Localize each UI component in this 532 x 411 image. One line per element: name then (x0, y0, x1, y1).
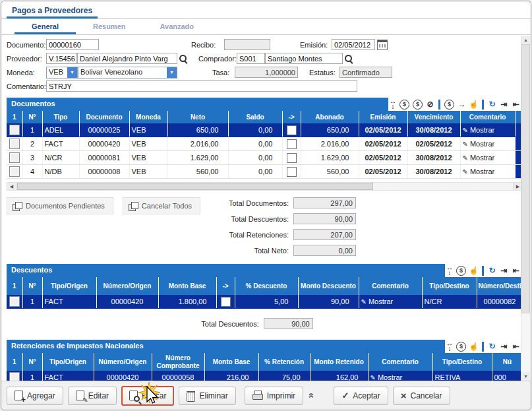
abonar-checkbox[interactable] (287, 125, 297, 135)
comprador-name-input[interactable]: Santiago Montes (265, 53, 343, 64)
row-selector[interactable] (9, 296, 20, 307)
abonar-checkbox[interactable] (287, 167, 297, 177)
row-selector[interactable] (9, 125, 20, 135)
row-selector[interactable] (9, 152, 20, 163)
table-row[interactable]: 2 FACT 00000420 VEB 2.016,00 0,00 2.016,… (7, 137, 521, 151)
tasa-input: 1,000000 (235, 67, 298, 78)
export-icon[interactable]: ⇥ (498, 99, 510, 110)
table-row[interactable]: 3 N/CR 00000081 VEB 1.629,00 0,00 1.629,… (7, 151, 521, 165)
resize-columns-icon[interactable]: ↔↕ (446, 341, 453, 352)
dropdown-arrow-icon[interactable]: ▼ (167, 67, 177, 78)
refresh-icon[interactable]: ↻ (487, 265, 498, 276)
cancelar-todos-button[interactable]: Cancelar Todos (123, 197, 200, 214)
refresh-icon[interactable]: ↻ (487, 341, 498, 352)
recibo-input[interactable] (224, 39, 270, 50)
collapse-toolbar-icon[interactable]: « (307, 393, 318, 398)
scroll-up-icon[interactable]: ▲ (521, 36, 530, 44)
cell-saldo: 0,00 (228, 123, 282, 137)
cell-tipo: ADEL (42, 123, 79, 137)
toolbar-separator (482, 266, 484, 276)
aceptar-button[interactable]: ✓ Aceptar (334, 387, 388, 405)
block-person-icon[interactable]: ⊘ (425, 99, 436, 110)
note-icon: ✎ (463, 168, 468, 175)
table-row[interactable]: 1 FACT 00000420 1.800,00 5,00 90,00 ✎Mos… (7, 295, 521, 309)
pay-documents-icon[interactable]: $ (399, 100, 409, 110)
agregar-button[interactable]: Agregar (7, 387, 63, 405)
buscar-button[interactable]: Buscar (121, 386, 174, 406)
row-selector[interactable] (9, 166, 20, 177)
imprimir-button[interactable]: Imprimir (245, 387, 303, 405)
calendar-icon[interactable] (377, 40, 388, 50)
moneda-name-select[interactable]: Bolivar Venezolano ▼ (78, 67, 177, 79)
scrollbar-thumb[interactable] (17, 183, 373, 190)
documento-input[interactable]: 00000160 (46, 39, 99, 50)
export-icon[interactable]: ⇥ (498, 341, 510, 352)
export-icon[interactable]: ⇥ (498, 265, 510, 276)
cancelar-button[interactable]: × Cancelar (393, 387, 450, 405)
proveedor-label: Proveedor: (7, 55, 46, 63)
import-icon[interactable]: ⇤ (510, 99, 521, 110)
cell-neto: 650,00 (167, 123, 228, 137)
total-descuentos-row: Total Descuentos: 90,00 (7, 318, 508, 329)
total-descuentos-label: Total Descuentos: (231, 215, 289, 223)
retenciones-header-row: 1 N° Tipo/Origen Número/Origen Número Co… (7, 353, 521, 371)
dollar-icon[interactable]: $ (456, 342, 466, 352)
note-icon: ✎ (361, 298, 367, 305)
sub-tab-bar: General Resumen Avanzado (1, 19, 531, 35)
window-frame: Pagos a Proveedores General Resumen Avan… (1, 1, 531, 410)
proveedor-search-icon[interactable] (179, 54, 188, 63)
scrollbar-thumb[interactable] (521, 44, 530, 313)
abonar-checkbox[interactable] (287, 153, 297, 163)
cell-emision: 02/05/2012 (359, 123, 407, 137)
toolbar-separator (482, 100, 484, 110)
dollar-icon[interactable]: $ (444, 100, 454, 110)
scroll-left-icon[interactable]: ◀ (7, 183, 16, 190)
table-row[interactable]: 4 N/DB 00000008 VEB 560,00 0,00 560,00 0… (7, 165, 521, 179)
retenciones-header: Retenciones de Impuestos Nacionales ↔↕ $… (7, 340, 521, 353)
vertical-scrollbar[interactable]: ▲ ▼ (521, 36, 530, 381)
note-icon: ✎ (463, 141, 468, 148)
horizontal-scrollbar[interactable]: ◀ ▶ (7, 182, 521, 191)
retenciones-toolbar: ↔↕ $ ☝ ↻ ⇥ ⇤ (445, 340, 521, 353)
descuentos-header: Descuentos ↔↕ $ ☝ ↻ ⇥ ⇤ (7, 264, 521, 277)
proveedor-name-input[interactable]: Daniel Alejandro Pinto Varg (77, 53, 177, 64)
abonar-checkbox[interactable] (287, 139, 297, 149)
table-row[interactable]: 1 FACT 00000420 00000058 216,00 75,00 16… (7, 371, 521, 381)
dropdown-arrow-icon[interactable]: ▼ (67, 67, 77, 78)
tab-general[interactable]: General (15, 19, 76, 34)
proveedor-code-input[interactable]: V.15456 (46, 53, 77, 64)
comprador-search-icon[interactable] (344, 54, 353, 63)
dollar-icon[interactable]: $ (413, 100, 423, 110)
toolbar-separator (438, 100, 440, 110)
aplicar-checkbox[interactable] (221, 297, 231, 307)
tab-pagos-a-proveedores[interactable]: Pagos a Proveedores (7, 4, 98, 18)
approve-hand-icon[interactable]: ☝ (468, 341, 479, 352)
documentos-pendientes-button[interactable]: Documentos Pendientes (7, 197, 113, 214)
approve-hand-icon[interactable]: ☝ (468, 99, 479, 110)
editar-button[interactable]: Editar (68, 387, 117, 405)
row-selector[interactable] (9, 139, 20, 149)
approve-hand-icon[interactable]: ☝ (468, 265, 479, 276)
refresh-icon[interactable]: ↻ (487, 99, 498, 110)
tab-resumen[interactable]: Resumen (76, 19, 143, 34)
row-selector[interactable] (9, 372, 20, 381)
totals-panel: Total Documentos: 297,00 Total Descuento… (229, 197, 356, 256)
resize-columns-icon[interactable]: ↔↕ (390, 99, 396, 110)
dollar-icon[interactable]: $ (456, 266, 466, 276)
forward-arrow-icon[interactable]: → (456, 99, 467, 110)
table-row[interactable]: 1 ADEL 00000025 VEB 650,00 0,00 650,00 0… (7, 123, 521, 137)
emision-input[interactable]: 02/05/2012 (332, 39, 375, 50)
import-icon[interactable]: ⇤ (510, 341, 521, 352)
moneda-code-select[interactable]: VEB ▼ (46, 67, 78, 79)
eliminar-button[interactable]: Eliminar (179, 387, 235, 405)
import-icon[interactable]: ⇤ (510, 265, 521, 276)
cell-comentario[interactable]: ✎Mostrar (460, 123, 515, 137)
comentario-input[interactable]: STRJY (46, 80, 357, 92)
comprador-code-input[interactable]: S001 (237, 53, 265, 64)
scroll-down-icon[interactable]: ▼ (521, 372, 530, 381)
documentos-title: Documentos (7, 98, 388, 111)
resize-columns-icon[interactable]: ↔↕ (446, 265, 453, 276)
tab-avanzado[interactable]: Avanzado (143, 19, 212, 34)
total-descuentos-footer-label: Total Descuentos: (201, 320, 258, 328)
retenciones-section: Retenciones de Impuestos Nacionales ↔↕ $… (7, 340, 521, 381)
